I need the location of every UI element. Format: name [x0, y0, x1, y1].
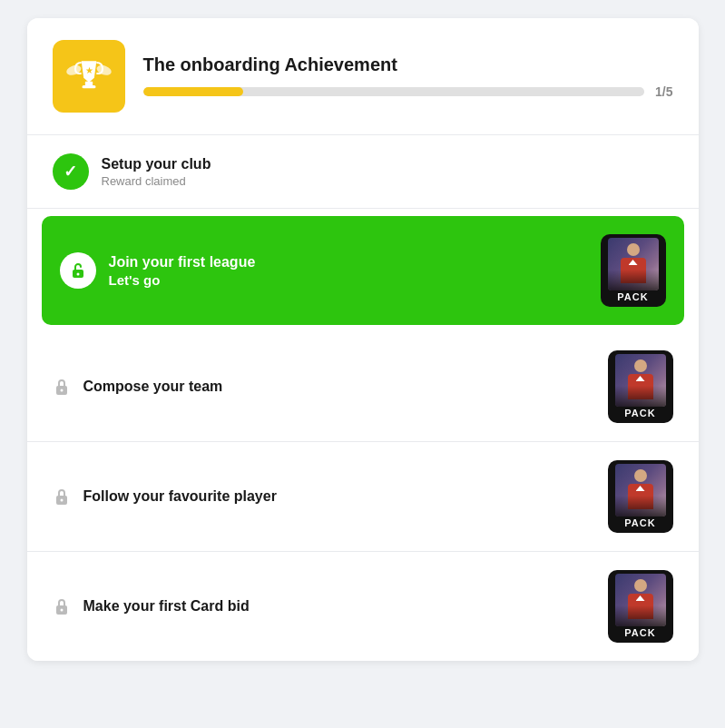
achievement-title: The onboarding Achievement	[143, 54, 673, 75]
lock-icon	[53, 487, 71, 506]
checkmark-icon: ✓	[64, 162, 77, 182]
item-title: Join your first league	[109, 254, 588, 271]
list-item: Make your first Card bid PACK	[27, 552, 699, 661]
figure-head	[634, 469, 647, 482]
svg-point-10	[60, 499, 63, 502]
achievement-icon-wrapper: ★	[53, 40, 125, 113]
figure-body	[621, 258, 646, 283]
lock-icon	[53, 597, 71, 615]
figure-collar	[629, 260, 638, 265]
pack-card-image	[615, 574, 666, 626]
item-title: Follow your favourite player	[83, 488, 595, 505]
item-title: Compose your team	[83, 379, 595, 395]
figure-head	[634, 359, 647, 372]
pack-reward[interactable]: PACK	[601, 234, 666, 307]
pack-card-image	[615, 464, 666, 516]
pack-reward: PACK	[608, 570, 673, 643]
card-figure	[608, 238, 659, 290]
pack-reward: PACK	[608, 350, 673, 423]
item-info: Compose your team	[83, 379, 595, 395]
svg-point-8	[60, 389, 63, 392]
active-icon-circle	[60, 252, 96, 289]
completed-icon-circle: ✓	[53, 153, 89, 190]
trophy-icon: ★	[66, 54, 112, 99]
svg-point-0	[66, 64, 83, 77]
figure-collar	[636, 486, 645, 491]
progress-row: 1/5	[143, 84, 673, 99]
figure-body	[628, 594, 653, 619]
card-figure	[615, 574, 666, 626]
item-info: Follow your favourite player	[83, 488, 595, 505]
svg-text:★: ★	[84, 65, 93, 75]
progress-bar-fill	[143, 87, 244, 96]
item-info: Setup your club Reward claimed	[102, 156, 673, 188]
item-info: Join your first league Let's go	[109, 254, 588, 288]
progress-bar-background	[143, 87, 645, 96]
figure-head	[627, 243, 640, 256]
pack-label: PACK	[624, 517, 655, 533]
pack-label: PACK	[617, 291, 648, 307]
achievement-header: ★ The onboarding Achievement 1/5	[27, 18, 699, 135]
figure-collar	[636, 376, 645, 381]
list-item: Follow your favourite player PACK	[27, 442, 699, 552]
item-subtitle: Let's go	[109, 272, 588, 288]
pack-card-image	[608, 238, 659, 290]
unlock-icon	[68, 261, 88, 280]
figure-collar	[636, 595, 645, 601]
lock-svg	[54, 487, 70, 506]
list-item-active[interactable]: Join your first league Let's go PACK	[42, 216, 684, 325]
pack-card-image	[615, 354, 666, 407]
figure-body	[628, 374, 653, 399]
card-figure	[615, 464, 666, 516]
svg-point-1	[95, 64, 112, 77]
header-info: The onboarding Achievement 1/5	[143, 54, 673, 99]
item-title: Make your first Card bid	[83, 598, 595, 615]
card-figure	[615, 354, 666, 407]
item-title: Setup your club	[102, 156, 673, 172]
figure-head	[634, 579, 647, 592]
svg-rect-3	[82, 85, 95, 88]
lock-svg	[54, 378, 70, 396]
svg-point-6	[76, 273, 79, 276]
item-info: Make your first Card bid	[83, 598, 595, 615]
achievement-card: ★ The onboarding Achievement 1/5 ✓ Setup…	[27, 18, 699, 661]
lock-icon	[53, 378, 71, 396]
pack-reward: PACK	[608, 460, 673, 533]
progress-label: 1/5	[655, 84, 672, 99]
svg-rect-2	[84, 82, 92, 85]
svg-point-12	[60, 609, 63, 612]
pack-label: PACK	[624, 408, 655, 423]
items-list: ✓ Setup your club Reward claimed Join yo…	[27, 135, 699, 661]
figure-body	[628, 484, 653, 509]
pack-label: PACK	[624, 627, 655, 643]
list-item: Compose your team PACK	[27, 332, 699, 442]
list-item: ✓ Setup your club Reward claimed	[27, 135, 699, 209]
lock-svg	[54, 597, 70, 615]
item-subtitle: Reward claimed	[102, 174, 673, 188]
